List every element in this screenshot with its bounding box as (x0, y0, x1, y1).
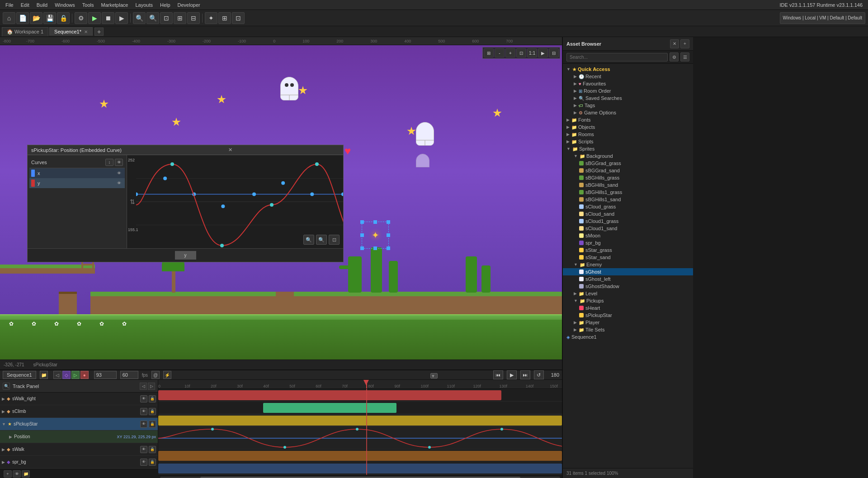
eye-btn[interactable]: 👁 (13, 470, 21, 478)
track-spr_bg[interactable]: ▶ ◆ spr_bg 👁 🔒 (0, 456, 158, 469)
sprite-sCloud1_sand[interactable]: sCloud1_sand (563, 225, 693, 232)
add-track-btn[interactable]: + (4, 470, 12, 478)
scroll-track[interactable] (160, 477, 560, 478)
track-lock-sPickupStar[interactable]: 🔒 (149, 421, 156, 428)
track-eye-spr_bg[interactable]: 👁 (140, 459, 147, 466)
tracks-nav-left[interactable]: ◁ (140, 383, 147, 390)
tab-sequence1[interactable]: Sequence1* ✕ (49, 27, 93, 36)
toolbar-open[interactable]: 📂 (30, 12, 42, 24)
frame-input[interactable]: 93 (94, 371, 117, 379)
toolbar-debug[interactable]: ▶ (115, 12, 128, 24)
tab-add-button[interactable]: + (94, 28, 104, 36)
asset-browser-close[interactable]: ✕ (670, 39, 679, 48)
sprite-spr_bg[interactable]: spr_bg (563, 239, 693, 246)
track-expand-position[interactable]: ▶ (9, 435, 12, 439)
track-sPickupStar[interactable]: ▼ ★ sPickupStar 👁 🔒 (0, 418, 158, 431)
vp-fullscreen[interactable]: ⊟ (549, 48, 559, 57)
track-expand-sClimb[interactable]: ▶ (2, 409, 5, 414)
curve-channel-y[interactable]: y 👁 (29, 178, 125, 188)
tab-sequence1-close[interactable]: ✕ (84, 29, 88, 34)
track-eye-sWalk_right[interactable]: 👁 (140, 395, 147, 402)
timeline-sync-btn[interactable]: @ (151, 371, 160, 379)
track-expand-sWalk_right[interactable]: ▶ (2, 397, 5, 401)
menu-windows[interactable]: Windows (51, 1, 79, 9)
track-expand-sWalk[interactable]: ▶ (2, 447, 5, 452)
vp-zoom-fit[interactable]: ⊡ (516, 48, 526, 57)
folder-fonts[interactable]: ▶ 📁 Fonts (563, 116, 693, 123)
sprite-sPickupStar[interactable]: sPickupStar (563, 312, 693, 319)
vp-zoom-in[interactable]: + (505, 48, 515, 57)
search-tracks-btn[interactable]: 🔍 (3, 383, 10, 390)
vp-grid-btn[interactable]: ⊞ (484, 48, 494, 57)
sprite-sStar_sand[interactable]: sStar_sand (563, 254, 693, 261)
sprite-sBGHills_sand[interactable]: sBGHills_sand (563, 181, 693, 189)
curve-tab-y[interactable]: y (175, 251, 196, 260)
toolbar-grid[interactable]: ⊟ (187, 12, 200, 24)
sprite-sBGGrad_grass[interactable]: sBGGrad_grass (563, 160, 693, 167)
sprite-sBGHills1_sand[interactable]: sBGHills1_sand (563, 196, 693, 203)
sprite-sCloud_sand[interactable]: sCloud_sand (563, 210, 693, 218)
folder-rooms[interactable]: ▶ 📁 Rooms (563, 131, 693, 138)
vp-play[interactable]: ▶ (538, 48, 548, 57)
tracks-nav-right[interactable]: ▷ (148, 383, 155, 390)
timeline-skip-end[interactable]: ⏭ (520, 370, 530, 379)
sprite-sCloud_grass[interactable]: sCloud_grass (563, 203, 693, 210)
toolbar-zoom-fit[interactable]: ⊡ (160, 12, 173, 24)
asset-browser-add[interactable]: + (680, 39, 689, 48)
toolbar-align[interactable]: ⊞ (218, 12, 231, 24)
sequence-sequence1[interactable]: ◈ Sequence1 (563, 333, 693, 341)
timeline-tracks-area[interactable]: 0 10f 20f 30f 40f 50f 60f 70f 80f 90f 10… (158, 380, 562, 478)
timeline-skip-start[interactable]: ⏮ (493, 370, 503, 379)
folder-tile-sets[interactable]: ▶ 📁 Tile Sets (563, 326, 693, 333)
sprite-sGhostShadow[interactable]: sGhostShadow (563, 283, 693, 290)
toolbar-frame[interactable]: ⊡ (232, 12, 245, 24)
curve-normalize-btn[interactable]: ↕ (105, 159, 113, 166)
track-lock-sClimb[interactable]: 🔒 (149, 408, 156, 415)
curve-channel-y-eye[interactable]: 👁 (115, 180, 123, 187)
sprite-sGhost_left[interactable]: sGhost_left (563, 275, 693, 283)
curve-eye-btn[interactable]: 👁 (115, 159, 123, 166)
vp-zoom-100[interactable]: 1:1 (527, 48, 537, 57)
toolbar-home[interactable]: ⌂ (3, 12, 15, 24)
track-lock-spr_bg[interactable]: 🔒 (149, 459, 156, 466)
sprite-sBGGrad_sand[interactable]: sBGGrad_sand (563, 167, 693, 174)
track-eye-sPickupStar[interactable]: 👁 (140, 421, 147, 428)
menu-edit[interactable]: Edit (17, 1, 33, 9)
folder-player[interactable]: ▶ 📁 Player (563, 319, 693, 326)
track-expand-sPickupStar[interactable]: ▼ (2, 422, 6, 426)
curve-editor-close[interactable]: ✕ (228, 147, 232, 153)
toolbar-zoom-in[interactable]: 🔍 (146, 12, 159, 24)
asset-search-input[interactable] (566, 53, 668, 62)
toolbar-zoom-out[interactable]: 🔍 (133, 12, 146, 24)
sequence-folder-btn[interactable]: 📁 (40, 371, 48, 379)
curve-zoom-out[interactable]: 🔍 (303, 235, 314, 245)
toolbar-play[interactable]: ▶ (88, 12, 101, 24)
viewport[interactable]: ♥ ✦ (0, 45, 562, 360)
clip-spr_bg[interactable] (158, 464, 562, 473)
sprite-sHeart[interactable]: sHeart (563, 304, 693, 312)
sprite-sCloud1_grass[interactable]: sCloud1_grass (563, 218, 693, 225)
sprite-sBGHills1_grass[interactable]: sBGHills1_grass (563, 189, 693, 196)
folder-scripts[interactable]: ▶ 📁 Scripts (563, 138, 693, 145)
curve-canvas[interactable]: 252 155.1 ⇅ (127, 155, 343, 248)
toolbar-new[interactable]: 📄 (16, 12, 29, 24)
curve-channel-x[interactable]: x 👁 (29, 168, 125, 178)
timeline-scrollbar[interactable] (158, 475, 562, 478)
track-eye-sClimb[interactable]: 👁 (140, 408, 147, 415)
timeline-loop[interactable]: ↺ (534, 370, 544, 379)
asset-filter-btn[interactable]: ⚙ (670, 52, 679, 62)
curve-fullscreen[interactable]: ⊡ (329, 235, 340, 245)
toolbar-zoom-custom[interactable]: ⊞ (174, 12, 186, 24)
menu-developer[interactable]: Developer (174, 1, 204, 9)
quick-access-recent[interactable]: ▶ 🕐 Recent (563, 73, 693, 80)
folder-enemy[interactable]: ▼ 📁 Enemy (563, 261, 693, 268)
track-sClimb[interactable]: ▶ ◆ sClimb 👁 🔒 (0, 405, 158, 418)
sprite-sGhost[interactable]: sGhost (563, 268, 693, 275)
folder-btn[interactable]: 📁 (22, 470, 30, 478)
menu-help[interactable]: Help (156, 1, 174, 9)
clip-sPickupStar[interactable] (158, 416, 562, 426)
fps-input[interactable]: 60 (120, 371, 138, 379)
quick-access-tags[interactable]: ▶ 🏷 Tags (563, 102, 693, 109)
track-eye-sWalk[interactable]: 👁 (140, 446, 147, 453)
track-sWalk[interactable]: ▶ ◆ sWalk 👁 🔒 (0, 443, 158, 456)
